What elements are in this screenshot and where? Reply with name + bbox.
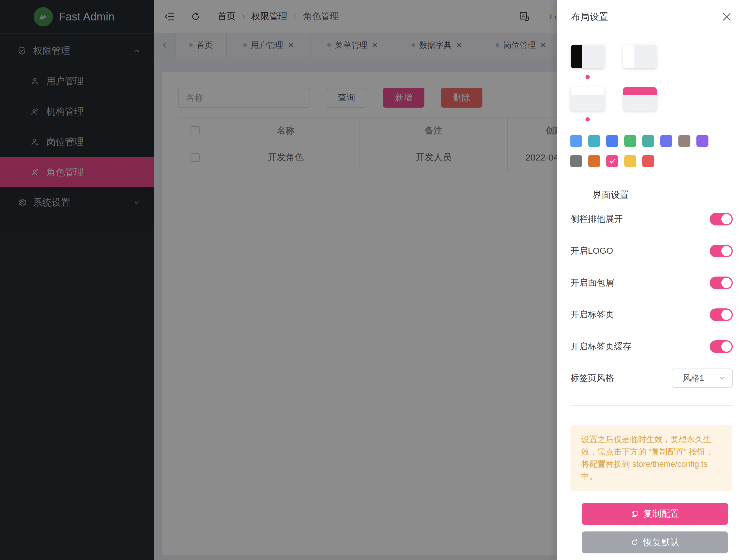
interface-settings-divider: 界面设置 [571,189,733,201]
toggle-tabs[interactable] [710,308,733,321]
setting-tabs: 开启标签页 [571,308,733,321]
drawer-header: 布局设置 [557,0,746,34]
interface-settings-title: 界面设置 [582,189,639,201]
chevron-down-icon [718,374,725,382]
layout-option-pink-header[interactable] [623,87,657,111]
layout-option-dark-sidebar[interactable] [571,45,604,68]
color-swatch[interactable] [588,155,600,167]
setting-logo: 开启LOGO [571,245,733,257]
color-swatch[interactable] [570,135,582,147]
color-swatch[interactable] [678,135,690,147]
reset-default-button[interactable]: 恢复默认 [582,531,728,553]
color-swatch[interactable] [570,155,582,167]
copy-icon [631,510,639,518]
color-swatch[interactable] [642,155,654,167]
setting-label: 开启标签页缓存 [571,341,631,353]
toggle-logo[interactable] [710,245,733,257]
selected-dot-icon [585,117,590,121]
toggle-tabs-cache[interactable] [710,340,733,353]
setting-breadcrumb: 开启面包屑 [571,277,733,289]
setting-label: 开启LOGO [571,245,613,257]
thumb-pink-header [623,87,657,95]
theme-color-swatches [570,135,733,167]
toggle-sidebar-accordion[interactable] [710,213,733,225]
layout-settings-drawer: 布局设置 [557,0,746,560]
refresh-icon [631,538,639,547]
setting-label: 侧栏排他展开 [571,213,623,225]
layout-option-light-sidebar[interactable] [623,45,657,68]
layout-option-light-header[interactable] [571,87,604,111]
color-swatch[interactable] [660,135,672,147]
color-swatch[interactable] [642,135,654,147]
modal-overlay[interactable] [0,0,557,560]
tab-style-value: 风格1 [683,372,704,384]
selected-dot-icon [585,75,590,79]
color-swatch[interactable] [624,155,636,167]
reset-default-label: 恢复默认 [643,536,679,549]
close-icon[interactable] [721,11,733,23]
toggle-breadcrumb[interactable] [710,277,733,289]
thumb-light-header [571,87,604,95]
setting-label: 开启面包屑 [571,277,614,289]
color-swatch[interactable] [696,135,709,147]
tab-style-select[interactable]: 风格1 [672,368,733,388]
thumb-light-sidebar [623,45,634,68]
setting-label: 开启标签页 [571,309,614,321]
drawer-divider [571,405,733,406]
copy-config-label: 复制配置 [643,508,679,520]
notice-box: 设置之后仅是临时生效，要想永久生效，需点击下方的 "复制配置" 按钮，将配置替换… [571,425,732,491]
color-swatch[interactable] [588,135,600,147]
check-icon [608,157,616,165]
color-swatch[interactable] [624,135,636,147]
copy-config-button[interactable]: 复制配置 [582,503,728,525]
screen: Fast Admin 权限管理 用户管理 机构管理 岗位管理 角色 [0,0,746,560]
setting-label: 标签页风格 [571,372,614,384]
color-swatch[interactable] [606,135,618,147]
setting-tabs-cache: 开启标签页缓存 [571,340,733,353]
color-swatch-selected[interactable] [606,155,618,167]
setting-sidebar-accordion: 侧栏排他展开 [571,213,733,225]
drawer-title: 布局设置 [571,10,608,23]
setting-tab-style: 标签页风格 风格1 [571,368,733,388]
thumb-dark-sidebar [571,45,582,68]
